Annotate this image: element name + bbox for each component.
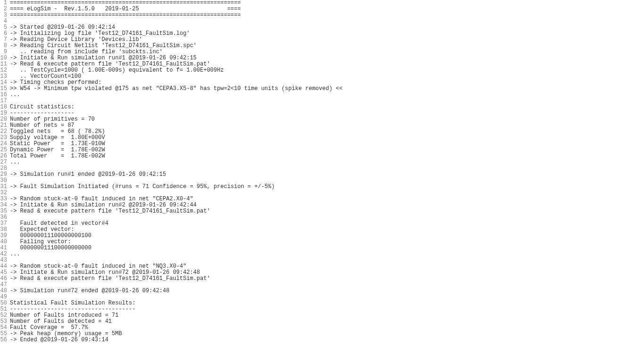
code-line[interactable]: Expected vector: [10,227,644,233]
code-line[interactable]: -> Read & execute pattern file 'Test12_D… [10,276,644,282]
code-line[interactable]: >> W54 -> Minimum tpw violated @175 as n… [10,86,644,92]
code-line[interactable]: ... [10,251,644,257]
code-line[interactable]: 000000011100000000000 [10,245,644,251]
code-line[interactable]: Number of primitives = 70 [10,116,644,123]
code-line[interactable]: -> Simulation run#1 ended @2019-01-26 09… [10,172,644,178]
line-number-gutter: 1234567891011121314151617181920212223242… [0,0,8,362]
code-line[interactable]: ... [10,92,644,98]
code-line[interactable]: -> Fault Simulation Initiated (#runs = 7… [10,184,644,190]
code-line[interactable]: .. TestCycle=1000 ( 1.00E-009s) equivale… [10,67,644,74]
editor-content[interactable]: ========================================… [8,0,644,362]
code-line[interactable]: Number of nets = 87 [10,123,644,129]
code-line[interactable]: Number of Faults detected = 41 [10,319,644,325]
code-line[interactable] [10,98,644,104]
code-line[interactable]: ------------------- [10,110,644,116]
code-line[interactable]: ... [10,159,644,165]
line-number: 56 [0,337,7,343]
code-line[interactable]: ========================================… [10,12,644,18]
code-line[interactable]: Total Power = 1.78E-002W [10,153,644,159]
code-line[interactable]: -> Simulation run#72 ended @2019-01-26 0… [10,288,644,294]
code-line[interactable]: .. VectorCount=100 [10,74,644,80]
code-line[interactable]: 000000011100000000100 [10,233,644,239]
text-editor[interactable]: 1234567891011121314151617181920212223242… [0,0,644,362]
code-line[interactable]: Circuit statistics: [10,104,644,110]
code-line[interactable]: -> Ended @2019-01-26 09:43:14 [10,337,644,343]
code-line[interactable]: Fault detected in vector#4 [10,221,644,227]
code-line[interactable]: -> Read & execute pattern file 'Test12_D… [10,208,644,214]
code-line[interactable]: Failing vector: [10,239,644,245]
